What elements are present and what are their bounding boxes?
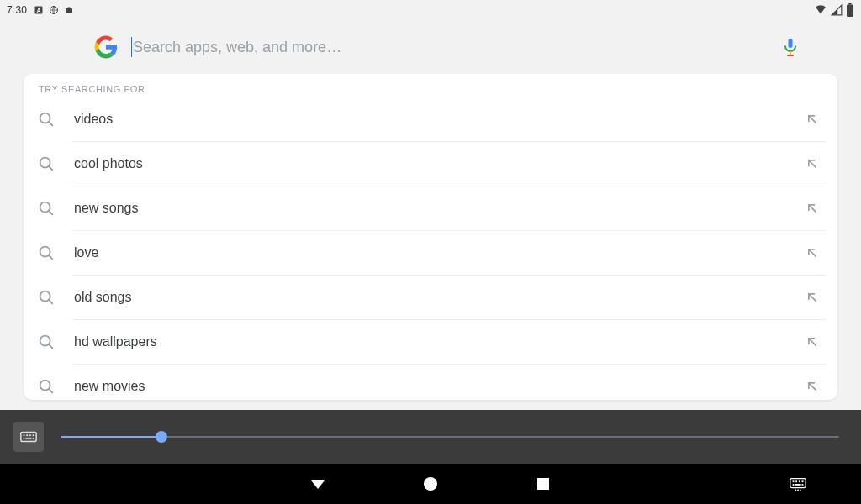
- svg-rect-7: [789, 39, 793, 48]
- status-app-icon-1: A: [34, 5, 44, 15]
- battery-icon: [846, 3, 854, 17]
- nav-recent-button[interactable]: [533, 474, 553, 494]
- svg-line-18: [809, 205, 816, 212]
- svg-rect-48: [802, 484, 804, 486]
- status-clock: 7:30: [7, 4, 27, 16]
- cellular-icon: [831, 4, 843, 16]
- svg-rect-5: [848, 3, 851, 5]
- svg-rect-47: [795, 484, 800, 486]
- svg-rect-43: [795, 480, 797, 482]
- svg-rect-6: [847, 5, 853, 17]
- suggestion-item[interactable]: new movies: [24, 365, 837, 400]
- suggestion-label: new songs: [74, 201, 804, 216]
- svg-rect-33: [26, 434, 28, 436]
- svg-line-24: [809, 294, 816, 301]
- svg-line-15: [809, 160, 816, 167]
- svg-line-17: [49, 211, 52, 214]
- mic-icon[interactable]: [780, 37, 800, 57]
- wifi-icon: [814, 4, 827, 16]
- status-globe-icon: [49, 5, 59, 15]
- svg-line-11: [49, 122, 52, 125]
- svg-rect-35: [33, 434, 34, 436]
- svg-point-51: [800, 489, 801, 491]
- insert-arrow-icon[interactable]: [804, 200, 821, 217]
- suggestion-item[interactable]: videos: [24, 97, 837, 141]
- search-icon: [37, 199, 55, 218]
- ime-switch-icon[interactable]: [789, 475, 807, 493]
- insert-arrow-icon[interactable]: [804, 111, 821, 128]
- suggestions-card: TRY SEARCHING FOR videoscool photosnew s…: [24, 74, 837, 400]
- text-caret: [131, 37, 132, 57]
- svg-point-49: [795, 489, 796, 491]
- suggestion-label: videos: [74, 112, 804, 127]
- svg-rect-32: [24, 434, 25, 436]
- suggestion-label: cool photos: [74, 156, 804, 171]
- svg-text:A: A: [37, 8, 41, 13]
- suggestion-item[interactable]: love: [24, 231, 837, 275]
- insert-arrow-icon[interactable]: [804, 155, 821, 172]
- status-briefcase-icon: [64, 5, 74, 15]
- svg-rect-45: [802, 480, 804, 482]
- keyboard-bar: [0, 410, 861, 464]
- svg-rect-44: [799, 480, 800, 482]
- svg-line-20: [49, 255, 52, 259]
- svg-rect-9: [787, 55, 794, 56]
- insert-arrow-icon[interactable]: [804, 333, 821, 350]
- insert-arrow-icon[interactable]: [804, 244, 821, 261]
- svg-line-21: [809, 249, 816, 256]
- svg-rect-38: [33, 438, 34, 439]
- svg-line-14: [49, 166, 52, 170]
- svg-point-50: [797, 489, 799, 491]
- svg-rect-3: [66, 8, 72, 13]
- nav-back-button[interactable]: [308, 474, 328, 494]
- search-icon: [37, 110, 55, 129]
- svg-rect-37: [25, 438, 31, 439]
- svg-point-39: [424, 477, 437, 491]
- suggestion-item[interactable]: cool photos: [24, 142, 837, 186]
- svg-line-30: [809, 383, 816, 390]
- search-icon: [37, 244, 55, 262]
- svg-line-29: [49, 389, 52, 392]
- svg-rect-34: [29, 434, 31, 436]
- suggestions-list: videoscool photosnew songsloveold songsh…: [24, 97, 837, 400]
- search-icon: [37, 377, 55, 396]
- svg-line-12: [809, 116, 816, 123]
- suggestions-header: TRY SEARCHING FOR: [24, 74, 837, 97]
- svg-line-26: [49, 344, 52, 348]
- google-logo-icon: [94, 35, 118, 59]
- search-icon: [37, 333, 55, 351]
- svg-rect-40: [537, 478, 549, 490]
- keyboard-slider[interactable]: [61, 428, 839, 445]
- suggestion-item[interactable]: hd wallpapers: [24, 320, 837, 364]
- insert-arrow-icon[interactable]: [804, 289, 821, 306]
- insert-arrow-icon[interactable]: [804, 378, 821, 395]
- keyboard-toggle-button[interactable]: [13, 422, 44, 452]
- search-icon: [37, 155, 55, 173]
- suggestion-label: old songs: [74, 290, 804, 305]
- nav-home-button[interactable]: [420, 474, 441, 494]
- status-bar: 7:30 A: [0, 0, 861, 20]
- svg-rect-8: [790, 51, 791, 55]
- svg-rect-4: [68, 8, 71, 9]
- search-icon: [37, 288, 55, 307]
- navigation-bar: [0, 464, 861, 504]
- suggestion-label: new movies: [74, 379, 804, 394]
- svg-line-27: [809, 339, 816, 345]
- svg-rect-36: [24, 438, 25, 439]
- svg-rect-41: [790, 479, 806, 488]
- svg-rect-31: [21, 433, 36, 442]
- search-input-wrap[interactable]: [131, 37, 780, 57]
- svg-rect-42: [793, 480, 795, 482]
- suggestion-item[interactable]: new songs: [24, 186, 837, 230]
- suggestion-label: love: [74, 245, 804, 260]
- suggestion-label: hd wallpapers: [74, 334, 804, 349]
- svg-line-23: [49, 300, 52, 303]
- search-bar: [94, 20, 841, 74]
- search-input[interactable]: [133, 39, 780, 56]
- svg-rect-46: [793, 484, 795, 486]
- suggestion-item[interactable]: old songs: [24, 276, 837, 319]
